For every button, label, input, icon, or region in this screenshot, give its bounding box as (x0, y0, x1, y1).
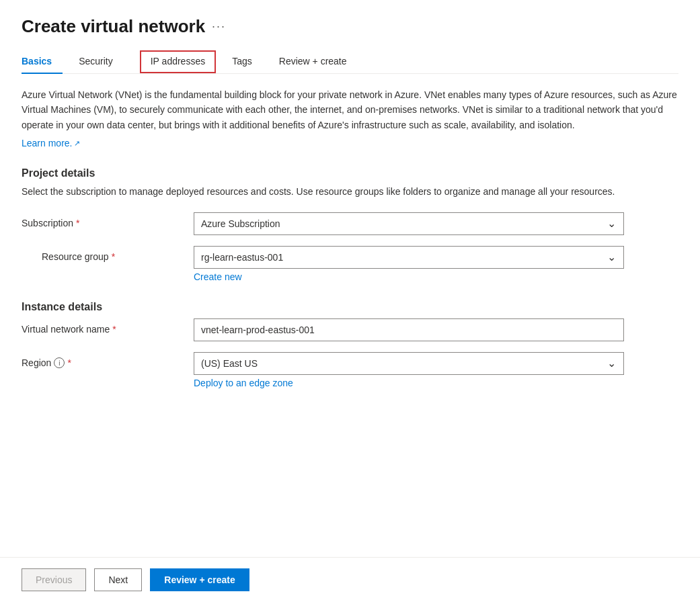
resource-group-select[interactable]: rg-learn-eastus-001 (194, 246, 624, 269)
description-text: Azure Virtual Network (VNet) is the fund… (22, 87, 678, 132)
project-details-description: Select the subscription to manage deploy… (22, 185, 678, 199)
subscription-label: Subscription * (22, 212, 183, 228)
region-row: Region i * (US) East US Deploy to an edg… (22, 352, 678, 388)
page-title-row: Create virtual network ··· (22, 16, 678, 37)
previous-button[interactable]: Previous (22, 568, 86, 591)
create-new-link[interactable]: Create new (194, 271, 242, 282)
subscription-row: Subscription * Azure Subscription (22, 212, 678, 235)
instance-details-title: Instance details (22, 301, 678, 313)
region-label: Region i * (22, 352, 183, 368)
resource-group-section: Resource group * rg-learn-eastus-001 Cre… (22, 246, 678, 282)
tab-review-create[interactable]: Review + create (279, 50, 358, 73)
tab-security[interactable]: Security (79, 50, 124, 73)
subscription-select-wrapper: Azure Subscription (194, 212, 624, 235)
deploy-edge-link[interactable]: Deploy to an edge zone (194, 378, 293, 388)
subscription-control: Azure Subscription (194, 212, 624, 235)
review-create-button[interactable]: Review + create (150, 568, 249, 591)
subscription-select[interactable]: Azure Subscription (194, 212, 624, 235)
more-options-icon[interactable]: ··· (212, 19, 226, 34)
tab-basics[interactable]: Basics (22, 50, 63, 73)
tabs-row: Basics Security IP addresses Tags Review… (22, 50, 678, 74)
external-link-icon: ↗ (74, 139, 80, 148)
region-required-star: * (67, 357, 71, 368)
resource-group-select-wrapper: rg-learn-eastus-001 (194, 246, 624, 269)
instance-details-section: Instance details Virtual network name * … (22, 301, 678, 388)
main-content: Create virtual network ··· Basics Securi… (0, 0, 700, 557)
project-details-section: Project details Select the subscription … (22, 167, 678, 282)
region-info-icon[interactable]: i (54, 357, 65, 368)
page-container: Create virtual network ··· Basics Securi… (0, 0, 700, 602)
region-control: (US) East US Deploy to an edge zone (194, 352, 624, 388)
vnet-name-label: Virtual network name * (22, 318, 183, 335)
vnet-name-control (194, 318, 624, 341)
resource-group-row: Resource group * rg-learn-eastus-001 Cre… (22, 246, 678, 282)
resource-group-required-star: * (112, 251, 115, 262)
vnet-name-required-star: * (112, 324, 116, 335)
bottom-bar: Previous Next Review + create (0, 557, 700, 602)
project-details-title: Project details (22, 167, 678, 179)
tab-ip-addresses[interactable]: IP addresses (140, 50, 216, 73)
next-button[interactable]: Next (94, 568, 142, 591)
learn-more-link[interactable]: Learn more. ↗ (22, 138, 80, 148)
page-title: Create virtual network (22, 16, 205, 37)
resource-group-control: rg-learn-eastus-001 Create new (194, 246, 624, 282)
subscription-required-star: * (76, 218, 79, 228)
region-select-wrapper: (US) East US (194, 352, 624, 375)
vnet-name-row: Virtual network name * (22, 318, 678, 341)
vnet-name-input[interactable] (194, 318, 624, 341)
tab-tags[interactable]: Tags (232, 50, 263, 73)
region-select[interactable]: (US) East US (194, 352, 624, 375)
resource-group-label: Resource group * (22, 246, 183, 262)
